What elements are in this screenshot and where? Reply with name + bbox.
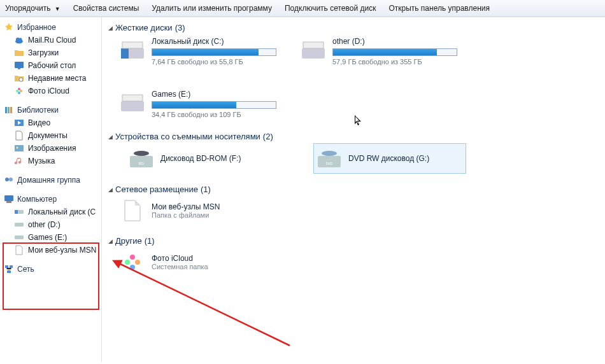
category-removable[interactable]: ◢ Устройства со съемными носителями (2) xyxy=(108,130,599,143)
sidebar: Избранное Mail.Ru Cloud Загрузки Рабочий… xyxy=(0,17,102,362)
sidebar-item-msn[interactable]: Мои веб-узлы MSN xyxy=(0,244,101,256)
computer-icon xyxy=(4,194,14,204)
sidebar-item-label: Games (E:) xyxy=(28,233,67,242)
item-name: Фото iCloud xyxy=(152,254,208,263)
sidebar-item-label: Музыка xyxy=(28,157,55,165)
sidebar-network[interactable]: Сеть xyxy=(0,263,101,276)
sidebar-item-mailru[interactable]: Mail.Ru Cloud xyxy=(0,34,101,46)
svg-rect-20 xyxy=(6,201,11,203)
svg-rect-4 xyxy=(18,68,20,69)
toolbar-uninstall[interactable]: Удалить или изменить программу xyxy=(152,4,272,13)
collapse-icon: ◢ xyxy=(108,134,113,140)
svg-point-39 xyxy=(322,151,337,156)
hard-drive-icon xyxy=(301,37,326,62)
file-icon xyxy=(120,198,145,223)
svg-rect-31 xyxy=(302,48,325,59)
sidebar-item-label: Видео xyxy=(28,118,50,127)
sidebar-favorites-header[interactable]: Избранное xyxy=(0,21,101,34)
drive-e[interactable]: Games (E:) 34,4 ГБ свободно из 109 ГБ xyxy=(117,87,279,121)
svg-point-8 xyxy=(20,90,22,92)
sidebar-item-e-drive[interactable]: Games (E:) xyxy=(0,231,101,244)
file-icon xyxy=(14,245,24,255)
svg-point-9 xyxy=(18,92,20,94)
collapse-icon: ◢ xyxy=(108,186,113,193)
sidebar-item-label: Mail.Ru Cloud xyxy=(28,36,76,45)
sidebar-item-desktop[interactable]: Рабочий стол xyxy=(0,59,101,72)
sidebar-item-downloads[interactable]: Загрузки xyxy=(0,46,101,59)
svg-text:BD: BD xyxy=(139,162,145,165)
recent-icon xyxy=(14,73,24,83)
category-netloc[interactable]: ◢ Сетевое размещение (1) xyxy=(108,183,599,196)
category-label: Устройства со съемными носителями xyxy=(115,132,260,141)
drive-name: DVD RW дисковод (G:) xyxy=(348,154,429,163)
svg-point-36 xyxy=(134,151,149,156)
usage-bar xyxy=(332,48,457,56)
svg-rect-11 xyxy=(5,107,7,113)
usage-bar xyxy=(152,48,276,56)
toolbar-control-panel[interactable]: Открыть панель управления xyxy=(388,4,490,13)
sidebar-favorites-label: Избранное xyxy=(17,23,56,32)
drive-subtext: 7,64 ГБ свободно из 55,8 ГБ xyxy=(152,58,276,66)
drive-name: Дисковод BD-ROM (F:) xyxy=(160,154,241,163)
usage-bar xyxy=(152,101,276,109)
svg-rect-32 xyxy=(303,42,324,48)
category-label: Жесткие диски xyxy=(115,23,173,32)
toolbar-map-drive[interactable]: Подключить сетевой диск xyxy=(285,4,376,13)
music-icon xyxy=(14,156,24,166)
collapse-icon: ◢ xyxy=(108,25,113,31)
folder-icon xyxy=(14,48,24,58)
sidebar-item-recent[interactable]: Недавние места xyxy=(0,72,101,85)
sidebar-item-icloud[interactable]: Фото iCloud xyxy=(0,85,101,97)
toolbar-system-props[interactable]: Свойства системы xyxy=(73,4,139,13)
drive-bdrom[interactable]: BD Дисковод BD-ROM (F:) xyxy=(126,143,285,174)
sidebar-item-videos[interactable]: Видео xyxy=(0,116,101,129)
content-area: ◢ Жесткие диски (3) Локальный диск (C:) … xyxy=(102,17,605,362)
drive-name: Локальный диск (C:) xyxy=(152,37,276,46)
sidebar-item-pictures[interactable]: Изображения xyxy=(0,142,101,155)
item-subtext: Папка с файлами xyxy=(152,211,220,219)
category-count: (1) xyxy=(145,236,155,246)
drive-c[interactable]: Локальный диск (C:) 7,64 ГБ свободно из … xyxy=(117,34,279,68)
svg-text:DVD: DVD xyxy=(326,162,333,165)
drive-d[interactable]: other (D:) 57,9 ГБ свободно из 355 ГБ xyxy=(298,34,460,68)
svg-point-7 xyxy=(18,88,20,90)
drive-icon xyxy=(14,220,24,230)
sidebar-item-label: Документы xyxy=(28,131,68,140)
collapse-icon: ◢ xyxy=(108,238,113,244)
svg-point-10 xyxy=(16,90,18,92)
category-hdd[interactable]: ◢ Жесткие диски (3) xyxy=(108,21,599,34)
toolbar-organize[interactable]: Упорядочить ▼ xyxy=(5,4,60,13)
sidebar-item-label: Локальный диск (C xyxy=(28,207,96,216)
sidebar-item-label: Изображения xyxy=(28,144,76,153)
drive-dvd[interactable]: DVD DVD RW дисковод (G:) xyxy=(313,143,466,174)
cloud-icon xyxy=(14,35,24,45)
other-icloud[interactable]: Фото iCloud Системная папка xyxy=(117,248,276,277)
dvd-drive-icon: DVD xyxy=(317,146,342,171)
toolbar-organize-label: Упорядочить xyxy=(5,4,50,13)
sidebar-item-label: other (D:) xyxy=(28,220,60,229)
svg-point-5 xyxy=(19,78,23,81)
svg-point-16 xyxy=(17,147,18,149)
category-other[interactable]: ◢ Другие (1) xyxy=(108,234,599,248)
svg-rect-29 xyxy=(121,48,129,59)
sidebar-homegroup[interactable]: Домашняя группа xyxy=(0,174,101,186)
desktop-icon xyxy=(14,60,24,71)
homegroup-icon xyxy=(4,175,14,185)
svg-rect-13 xyxy=(10,107,12,113)
svg-point-18 xyxy=(9,178,13,181)
sidebar-item-c-drive[interactable]: Локальный диск (C xyxy=(0,206,101,218)
sidebar-item-d-drive[interactable]: other (D:) xyxy=(0,218,101,231)
sidebar-computer-header[interactable]: Компьютер xyxy=(0,193,101,206)
video-icon xyxy=(14,118,24,128)
sidebar-libraries-header[interactable]: Библиотеки xyxy=(0,104,101,116)
star-icon xyxy=(4,22,14,32)
sidebar-item-label: Фото iCloud xyxy=(28,87,69,95)
sidebar-network-label: Сеть xyxy=(17,265,34,274)
sidebar-item-music[interactable]: Музыка xyxy=(0,155,101,167)
item-name: Мои веб-узлы MSN xyxy=(152,202,220,211)
svg-rect-30 xyxy=(122,42,143,48)
sidebar-item-documents[interactable]: Документы xyxy=(0,129,101,142)
svg-rect-23 xyxy=(15,223,24,227)
toolbar: Упорядочить ▼ Свойства системы Удалить и… xyxy=(0,0,605,17)
netloc-msn[interactable]: Мои веб-узлы MSN Папка с файлами xyxy=(117,196,276,225)
